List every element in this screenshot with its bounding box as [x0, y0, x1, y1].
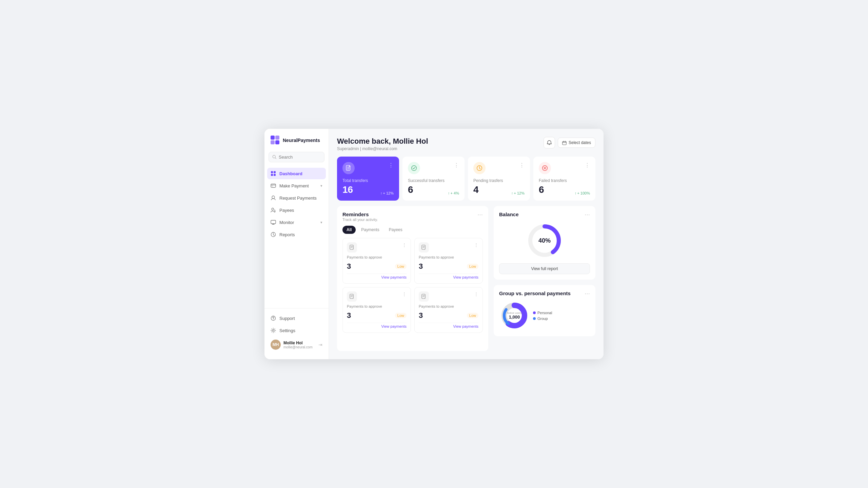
stat-change: ↑+ 12% [511, 191, 525, 195]
total-transfers-icon-wrap [342, 162, 355, 174]
group-payments-panel: Group vs. personal payments ⋯ [494, 285, 595, 336]
legend-dot-group [533, 317, 536, 320]
notifications-button[interactable] [544, 137, 555, 148]
balance-percent: 40% [538, 237, 551, 244]
tab-payees[interactable]: Payees [385, 226, 407, 234]
priority-badge: Low [467, 313, 478, 318]
reminder-card-bottom: 3 Low [347, 311, 407, 320]
reminders-menu-icon[interactable]: ⋯ [477, 211, 483, 218]
group-donut-wrap: Active users 1,000 [499, 300, 530, 331]
sidebar-item-payees[interactable]: Payees [267, 204, 326, 216]
card-menu-icon[interactable]: ⋮ [402, 242, 407, 247]
balance-title: Balance [499, 211, 519, 217]
stats-row: ⋮ Total transfers 16 ↑+ 12% [337, 157, 595, 201]
stat-card-failed-transfers: ⋮ Failed transfers 6 ↑+ 100% [533, 157, 595, 201]
reminder-count: 3 [347, 311, 351, 320]
stat-value: 6 [408, 184, 413, 195]
sidebar-item-reports[interactable]: Reports [267, 229, 326, 240]
stat-card-pending-transfers: ⋮ Pending trasfers 4 ↑+ 12% [468, 157, 530, 201]
reminder-label: Payments to approve [347, 304, 407, 308]
pending-transfers-icon-wrap [473, 162, 486, 174]
user-row[interactable]: MH Mollie Hol mollie@neural.com ⇥ [267, 337, 326, 352]
stat-menu-icon[interactable]: ⋮ [585, 162, 590, 168]
subtitle-email: mollie@neural.com [362, 146, 397, 151]
tab-all[interactable]: All [342, 226, 356, 234]
stat-label: Failed transfers [539, 178, 590, 183]
card-menu-icon[interactable]: ⋮ [474, 242, 478, 247]
search-input[interactable] [279, 155, 321, 160]
dashboard-icon [271, 171, 276, 176]
app-container: NeuralPayments Dashboard [264, 129, 604, 359]
chevron-down-icon: ▾ [320, 184, 322, 188]
document-icon [349, 245, 355, 250]
search-box[interactable] [269, 152, 324, 162]
monitor-icon [271, 220, 276, 225]
page-title: Welcome back, Mollie Hol [337, 137, 428, 146]
sidebar-item-dashboard[interactable]: Dashboard [267, 168, 326, 179]
stat-menu-icon[interactable]: ⋮ [388, 162, 394, 168]
group-payments-title: Group vs. personal payments [499, 290, 571, 296]
group-menu-icon[interactable]: ⋯ [585, 290, 590, 297]
document-icon [349, 294, 355, 299]
clock-icon [476, 165, 482, 171]
bell-icon [547, 140, 552, 145]
svg-point-16 [273, 319, 273, 320]
app-name: NeuralPayments [283, 138, 320, 143]
stat-value: 6 [539, 184, 544, 195]
card-menu-icon[interactable]: ⋮ [402, 291, 407, 297]
sidebar-item-label: Settings [279, 328, 295, 333]
group-payments-header: Group vs. personal payments ⋯ [499, 290, 590, 297]
right-panels: Balance ⋯ 40% View [494, 206, 595, 351]
stat-value: 4 [473, 184, 479, 195]
view-payments-link[interactable]: View payments [347, 323, 407, 328]
svg-point-17 [273, 330, 274, 331]
avatar: MH [271, 340, 281, 350]
bottom-section: Reminders Track all your activity. ⋯ All… [337, 206, 595, 351]
failed-transfers-icon-wrap [539, 162, 551, 174]
tab-payments[interactable]: Payments [357, 226, 383, 234]
header-actions: Select dates [544, 137, 595, 148]
subtitle-role: Superadmin [337, 146, 359, 151]
balance-menu-icon[interactable]: ⋯ [585, 211, 590, 218]
priority-badge: Low [467, 264, 478, 269]
card-menu-icon[interactable]: ⋮ [474, 291, 478, 297]
reminder-card-bottom: 3 Low [419, 262, 478, 271]
stat-change: ↑+ 4% [448, 191, 459, 195]
sidebar-item-request-payments[interactable]: Request Payments [267, 192, 326, 204]
sidebar-item-label: Support [279, 316, 295, 321]
group-chart-area: Active users 1,000 Personal Grou [499, 300, 590, 331]
legend-item-personal: Personal [533, 311, 552, 315]
view-payments-link[interactable]: View payments [347, 273, 407, 279]
legend-dot-personal [533, 311, 536, 314]
reminder-count: 3 [347, 262, 351, 271]
stat-menu-icon[interactable]: ⋮ [454, 162, 459, 168]
stat-menu-icon[interactable]: ⋮ [519, 162, 525, 168]
svg-point-11 [272, 196, 275, 199]
sidebar-item-make-payment[interactable]: Make Payment ▾ [267, 180, 326, 191]
logo-icon [271, 136, 280, 145]
sidebar-item-label: Dashboard [279, 171, 302, 176]
svg-rect-7 [271, 174, 273, 176]
group-legend: Personal Group [533, 311, 552, 321]
view-payments-link[interactable]: View payments [419, 273, 478, 279]
sidebar-item-support[interactable]: Support [267, 312, 326, 324]
view-full-report-button[interactable]: View full report [499, 263, 590, 274]
page-subtitle: Superadmin | mollie@neural.com [337, 146, 428, 151]
reminder-count: 3 [419, 262, 423, 271]
stat-card-successful-transfers: ⋮ Successful transfers 6 ↑+ 4% [402, 157, 465, 201]
logout-icon[interactable]: ⇥ [318, 342, 322, 347]
search-icon [272, 155, 277, 159]
doc-icon [419, 242, 429, 252]
select-dates-button[interactable]: Select dates [558, 138, 595, 148]
calendar-icon [562, 141, 567, 145]
sidebar-item-label: Request Payments [279, 196, 317, 201]
x-circle-icon [542, 165, 548, 171]
support-icon [271, 316, 276, 321]
doc-icon [347, 242, 357, 252]
svg-rect-13 [271, 220, 276, 224]
svg-point-12 [272, 208, 274, 210]
stat-change: ↑+ 100% [575, 191, 590, 195]
sidebar-item-monitor[interactable]: Monitor ▾ [267, 217, 326, 228]
view-payments-link[interactable]: View payments [419, 323, 478, 328]
sidebar-item-settings[interactable]: Settings [267, 325, 326, 336]
